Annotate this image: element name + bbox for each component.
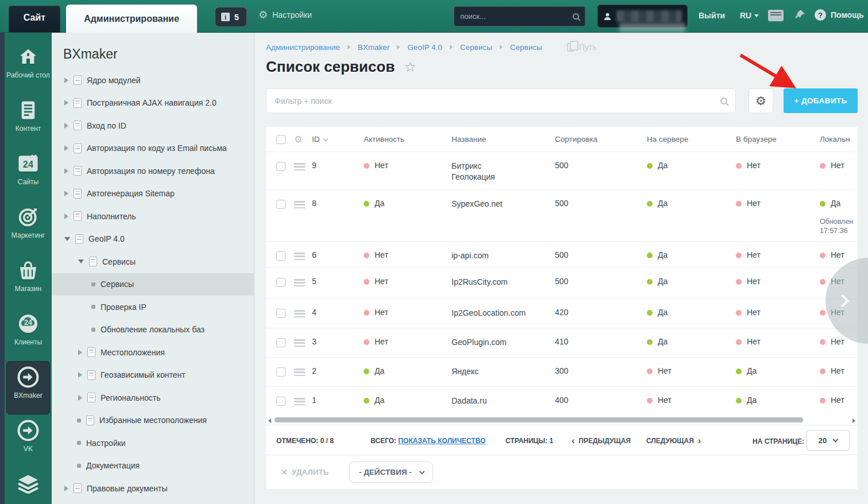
menu-title: BXmaker (52, 33, 254, 69)
breadcrumb-link[interactable]: GeoIP 4.0 (407, 43, 442, 52)
menu-item-постраничная-ajax-навигация-2.0[interactable]: Постраничная AJAX навигация 2.0 (52, 92, 254, 115)
menu-item-местоположения[interactable]: Местоположения (52, 341, 254, 364)
menu-item-ядро-модулей[interactable]: Ядро модулей (52, 69, 254, 92)
menu-item-геозависимый-контент[interactable]: Геозависимый контент (52, 364, 254, 387)
menu-item-авторизация-по-номеру-телефона[interactable]: Авторизация по номеру телефона (52, 160, 254, 183)
scroll-left-arrow-icon[interactable] (268, 418, 271, 423)
menu-item-сервисы[interactable]: Сервисы (52, 273, 254, 296)
topbar-search-input[interactable] (460, 12, 573, 21)
drag-handle-icon[interactable] (294, 398, 305, 405)
menu-item-региональность[interactable]: Региональность (52, 386, 254, 409)
add-button[interactable]: + ДОБАВИТЬ (784, 88, 858, 113)
tab-site[interactable]: Сайт (9, 6, 60, 33)
rail-item-bxmaker[interactable]: BXmaker (6, 361, 50, 414)
table-row-id-5[interactable]: 5 Нет Ip2RusCity.com 500 Да Нет Нет (266, 267, 858, 298)
col-server[interactable]: На сервере (647, 135, 736, 144)
row-checkbox[interactable] (276, 338, 286, 347)
table-row-id-1[interactable]: 1 Да Dadata.ru 400 Нет Да Нет (266, 386, 858, 416)
tab-administration[interactable]: Администрирование (66, 5, 197, 33)
green-status-dot-icon (647, 201, 653, 207)
favorite-star-icon[interactable]: ☆ (404, 60, 416, 74)
path-button[interactable]: Путь (567, 42, 597, 52)
row-checkbox[interactable] (276, 200, 286, 209)
drag-handle-icon[interactable] (294, 310, 305, 317)
pin-icon[interactable] (793, 9, 806, 22)
rail-item-магазин[interactable]: Магазин (6, 254, 50, 308)
table-row-id-2[interactable]: 2 Да Яндекс 300 Нет Да Нет (266, 357, 858, 386)
col-local[interactable]: Локальн (820, 135, 858, 144)
menu-item-сервисы[interactable]: Сервисы (52, 250, 254, 273)
col-activity[interactable]: Активность (364, 135, 452, 144)
per-page-select[interactable]: 20 (807, 430, 850, 451)
rail-item-vk[interactable]: VK (6, 414, 50, 468)
menu-item-избранные-местоположения[interactable]: Избранные местоположения (52, 409, 254, 432)
collapse-triangle-icon (78, 259, 84, 263)
table-row-id-8[interactable]: 8 Да SypexGeo.net 500 Да Нет ДаОбновлен … (266, 189, 858, 241)
menu-item-правовые-документы[interactable]: Правовые документы (52, 477, 254, 500)
rail-item-маркетинг[interactable]: Маркетинг (6, 201, 50, 254)
breadcrumb-link[interactable]: Администрирование (266, 43, 340, 52)
horizontal-scrollbar[interactable] (266, 416, 858, 425)
settings-button[interactable]: ⚙ Настройки (259, 10, 312, 20)
search-icon[interactable] (720, 98, 727, 104)
breadcrumb-link[interactable]: Сервисы (460, 43, 492, 52)
actions-dropdown[interactable]: - ДЕЙСТВИЯ - (349, 462, 433, 483)
menu-item-документация[interactable]: Документация (52, 455, 254, 478)
menu-item-обновление-локальных-баз[interactable]: Обновление локальных баз (52, 319, 254, 342)
show-count-link[interactable]: ПОКАЗАТЬ КОЛИЧЕСТВО (398, 437, 485, 445)
scrollbar-thumb[interactable] (275, 417, 803, 422)
table-row-id-6[interactable]: 6 Нет ip-api.com 500 Да Нет Нет (266, 241, 858, 267)
drag-handle-icon[interactable] (294, 163, 305, 170)
breadcrumb-link[interactable]: Сервисы (510, 43, 542, 52)
col-name[interactable]: Название (452, 135, 555, 144)
menu-item-авторизация-по-коду-из-email-письма[interactable]: Авторизация по коду из Email письма (52, 137, 254, 160)
table-row-id-4[interactable]: 4 Нет Ip2GeoLocation.com 420 Да Нет Нет (266, 298, 858, 328)
prev-page-button[interactable]: ‹ ПРЕДЫДУЩАЯ (572, 437, 631, 445)
menu-item-проверка-ip[interactable]: Проверка IP (52, 296, 254, 319)
select-all-checkbox[interactable] (276, 135, 286, 144)
col-browser[interactable]: В браузере (736, 135, 820, 144)
columns-gear-icon[interactable]: ⚙ (294, 135, 312, 144)
table-row-id-3[interactable]: 3 Нет GeoPlugin.com 410 Да Нет Нет (266, 328, 858, 357)
rail-item-layers[interactable] (6, 468, 50, 504)
row-checkbox[interactable] (276, 278, 286, 287)
search-icon[interactable] (573, 13, 579, 20)
table-row-id-9[interactable]: 9 Нет Битрикс Геолокация 500 Да Нет Нет (266, 152, 858, 189)
rail-item-клиенты[interactable]: 24 Клиенты (6, 308, 50, 361)
drag-handle-icon[interactable] (294, 369, 305, 376)
menu-item-geoip-4.0[interactable]: GeoIP 4.0 (52, 228, 254, 251)
notifications-count: 5 (234, 13, 239, 22)
grid-settings-button[interactable]: ⚙ (749, 88, 773, 113)
menu-item-настройки[interactable]: Настройки (52, 432, 254, 455)
document-icon (89, 257, 97, 266)
rail-item-контент[interactable]: Контент (6, 94, 50, 148)
delete-button[interactable]: × УДАЛИТЬ (281, 467, 329, 477)
filter-search-input[interactable] (275, 96, 720, 106)
next-page-button[interactable]: СЛЕДУЮЩАЯ › (646, 437, 701, 445)
language-selector[interactable]: RU (740, 11, 759, 20)
rail-item-рабочий-стол[interactable]: Рабочий стол (6, 41, 50, 94)
row-checkbox[interactable] (276, 162, 286, 171)
logout-link[interactable]: Выйти (699, 11, 725, 20)
menu-item-вход-по-id[interactable]: Вход по ID (52, 114, 254, 137)
rail-item-сайты[interactable]: 24 Сайты (6, 148, 50, 201)
menu-item-автогенерация-sitemap[interactable]: Автогенерация Sitemap (52, 183, 254, 206)
row-checkbox[interactable] (276, 251, 286, 261)
row-checkbox[interactable] (276, 309, 286, 318)
notifications-badge[interactable]: i 5 (215, 7, 247, 27)
row-checkbox[interactable] (276, 367, 286, 377)
scroll-right-arrow-icon[interactable] (852, 418, 855, 423)
col-id[interactable]: ID (312, 135, 364, 144)
drag-handle-icon[interactable] (294, 253, 305, 260)
question-icon: ? (815, 9, 826, 21)
help-button[interactable]: ? Помощь (815, 9, 864, 21)
row-checkbox[interactable] (276, 397, 286, 406)
col-sort[interactable]: Сортировка (555, 135, 647, 144)
drag-handle-icon[interactable] (294, 279, 305, 286)
red-status-dot-icon (820, 279, 825, 285)
menu-item-наполнитель[interactable]: Наполнитель (52, 205, 254, 228)
keyboard-icon[interactable] (768, 10, 784, 21)
drag-handle-icon[interactable] (294, 339, 305, 347)
drag-handle-icon[interactable] (294, 201, 305, 208)
breadcrumb-link[interactable]: BXmaker (358, 43, 390, 52)
